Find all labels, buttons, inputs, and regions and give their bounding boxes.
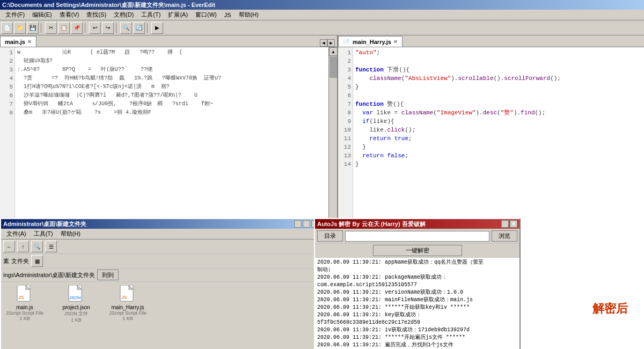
view-toggle[interactable]: ▦ [31,255,43,267]
scroll-up-btn[interactable]: ▲ [329,47,337,56]
toolbar-run[interactable]: ▶ [151,22,163,34]
log-line-12: 2020.06.09 11:39:21: 遍历完成，共找到1个js文件 [317,341,517,349]
file-dialog-content: JS main.js JScript Script File 1 KB JSON [1,282,321,349]
tab-main-js-label: main.js [5,39,25,45]
toolbar-copy[interactable]: 📋 [58,22,70,34]
autojs-browse-input[interactable] [345,231,489,242]
file-dialog-toolbar: ← ↑ 🔍 ☰ [1,239,321,254]
file-menu-help[interactable]: 帮助(H) [57,229,84,238]
fd-view[interactable]: ☰ [45,241,57,252]
left-tab-bar: main.js ✕ ◄ ► [0,35,337,47]
autojs-toolbar: 目录 浏览 [315,229,519,244]
path-label2: ings\Administrator\桌面\新建文件夹 [3,271,95,279]
file-project-json-size: 1 KB [71,317,82,323]
autojs-one-key-bar: 一键解密 [315,244,519,258]
file-menu-tools[interactable]: 工具(T) [31,229,56,238]
tab-nav-left[interactable]: ◄ [320,39,327,47]
menu-tools[interactable]: 工具(T) [138,10,164,19]
r-code-line-6 [355,91,642,100]
autojs-one-key-btn[interactable]: 一键解密 [373,245,462,256]
fd-back[interactable]: ← [3,241,15,252]
file-main-harry-js-name: main_Harry.js [112,304,144,310]
menu-js[interactable]: JS [221,11,235,19]
r-code-line-13: return false; [355,151,642,160]
code-line-8: 桑m 丰?禧U(勋?ゲ甌 ?x >朔 4.璇炮朔F [17,108,326,117]
code-line-5: 1打H请?O鸣u%?N?i\COE者?[<-%Tc咳nj<诺|渍 m 褶? [17,83,326,91]
autojs-title-text: AutoJs 解密 By 云在天 (Harry) 吾爱破解 [317,220,426,228]
r-line-num-7: 7 [338,100,351,108]
toolbar-replace[interactable]: 🔄 [133,22,145,34]
tab-harry-icon: 📄 [343,39,349,45]
toolbar-redo[interactable]: ↪ [102,22,114,34]
tab-harry-js[interactable]: 📄 main_Harry.js ✕ [338,36,402,47]
toolbar-find[interactable]: 🔍 [120,22,132,34]
r-code-line-2 [355,57,642,66]
line-num-6: 6 [0,91,13,100]
menu-search[interactable]: 查找(S) [83,10,109,19]
log-line-5: 2020.06.09 11:39:21: versionName获取成功：1.0… [317,289,517,296]
file-js-icon: JS [16,286,33,303]
toolbar-paste[interactable]: 📌 [71,22,83,34]
toolbar-save[interactable]: 💾 [27,22,39,34]
log-line-8: 2020.06.09 11:39:21: key获取成功： [317,311,517,319]
file-dialog: Administrator\桌面\新建文件夹 _ □ ✕ 文件(A) 工具(T)… [0,218,322,349]
autojs-log-area[interactable]: 2020.06.09 11:39:21: appName获取成功：qq名片点赞器… [315,258,519,349]
tab-nav: ◄ ► [320,39,337,47]
r-code-line-9: if(like){ [355,117,642,126]
code-line-1: w 沁R ( el题?M 趋 ?鸣?? 搏 ( [17,48,326,57]
autojs-browse-btn[interactable]: 浏览 [492,230,517,242]
toolbar-undo[interactable]: ↩ [89,22,101,34]
menu-help[interactable]: 帮助(H) [236,10,262,19]
goto-btn[interactable]: 到到 [97,270,119,280]
toolbar: 📄 📁 💾 ✂ 📋 📌 ↩ ↪ 🔍 🔄 ▶ [0,20,644,35]
r-code-line-11: return true; [355,134,642,143]
r-line-num-11: 11 [338,134,351,143]
toolbar-open[interactable]: 📁 [14,22,26,34]
log-line-4: com.example.script1591235105577 [317,281,517,289]
log-line-7: 2020.06.09 11:39:21: ******开始获取key和iv **… [317,304,517,311]
path-label: 素 [3,257,9,265]
file-main-js[interactable]: JS main.js JScript Script File 1 KB [3,284,46,349]
fd-up[interactable]: ↑ [17,241,29,252]
path-input-bar: ings\Administrator\桌面\新建文件夹 到到 [1,268,321,282]
decrypt-after-label: 解密后 [592,301,628,317]
file-main-harry-js-type: JScript Script File [109,310,147,316]
menu-view[interactable]: 查看(V) [56,10,83,19]
line-num-7: 7 [0,100,13,108]
menu-doc[interactable]: 文档(D) [111,10,137,19]
r-line-num-6: 6 [338,91,351,100]
log-line-11: 2020.06.09 11:39:21: ******开始遍历js文件 ****… [317,334,517,341]
file-dialog-minimize[interactable]: _ [294,220,302,228]
r-code-line-4: className("AbsListView").scrollable().sc… [355,74,642,83]
fd-search[interactable]: 🔍 [31,241,43,252]
r-code-line-3: function 下滑(){ [355,66,642,74]
toolbar-new[interactable]: 📄 [1,22,13,34]
tab-harry-js-close[interactable]: ✕ [393,39,398,45]
autojs-close[interactable]: ✕ [510,220,517,228]
right-tab-bar: 📄 main_Harry.js ✕ [338,35,644,47]
r-line-num-10: 10 [338,126,351,134]
scroll-thumb[interactable] [330,56,337,78]
menu-edit[interactable]: 编辑(E) [29,10,55,19]
menu-file[interactable]: 文件(F) [2,10,28,19]
file-main-harry-js[interactable]: JS main_Harry.js JScript Script File 1 K… [106,284,149,349]
file-project-json-type: JSON 文件 [64,310,89,317]
file-project-json[interactable]: JSON project.json JSON 文件 1 KB [55,284,98,349]
autojs-dialog: AutoJs 解密 By 云在天 (Harry) 吾爱破解 _ ✕ 目录 浏览 … [314,218,521,349]
tab-main-js-close[interactable]: ✕ [27,39,32,45]
code-line-3: :.A5^8? 6P?Q = 叶(脉U??` ??绕 [17,66,326,74]
log-line-9: 5f3f0c5668c3389e11de6c29c17e2d50 [317,319,517,326]
log-line-6: 2020.06.09 11:39:21: mainFileName获取成功：ma… [317,296,517,304]
file-menu-file[interactable]: 文件(A) [3,229,30,238]
main-container: main.js ✕ ◄ ► 1 2 3 4 5 6 7 8 w 沁R [0,35,644,349]
tab-main-js[interactable]: main.js ✕ [0,36,36,47]
tab-nav-right[interactable]: ► [327,39,335,47]
autojs-dir-btn[interactable]: 目录 [317,230,343,242]
file-dialog-maximize[interactable]: □ [303,220,310,228]
toolbar-cut[interactable]: ✂ [45,22,57,34]
menu-ext[interactable]: 扩展(A) [165,10,191,19]
code-line-2: 轻频UX取$? [17,57,326,66]
file-icons-container: JS main.js JScript Script File 1 KB JSON [3,284,149,349]
menu-window[interactable]: 窗口(W) [192,10,220,19]
autojs-minimize[interactable]: _ [501,220,509,228]
